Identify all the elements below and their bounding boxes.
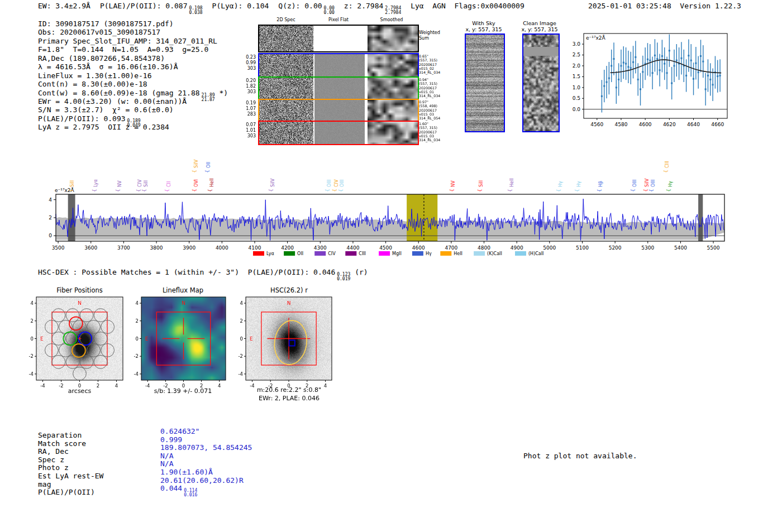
sup-sub-value: 0.000.00 [324,6,335,15]
frame [141,297,226,380]
x-tick-label: 4400 [346,245,359,251]
data-point [676,60,678,61]
header-segment-text: Lyα AGN Flags:0x00400009 [411,2,524,10]
match-table-value-text: N/A [160,452,173,460]
x-tick-label: 3600 [84,245,97,251]
match-table-labels: SeparationMatch scoreRA, DecSpec zPhoto … [38,432,103,497]
spec2d-right-label: (557, 315) [419,58,452,62]
legend-swatch [345,251,356,256]
spec2d-row-left-labels: 0.230.99303 [228,55,256,71]
data-point [712,84,714,85]
data-point [640,88,641,90]
line-label-brace: { [115,189,121,192]
match-line-text: HSC-DEX : Possible Matches = 1 (within +… [38,268,335,276]
spec2d-right-label: Weighted [419,30,452,36]
spec2d-left-label: 303 [228,66,256,71]
data-point [606,82,608,83]
fiber-circle [45,320,59,334]
match-table-value-text: 0.999 [160,435,182,444]
lineflux-map-plot: -4-4-2-2002244NE [125,288,242,400]
fiber-circle [52,355,65,368]
fiber-positions-plot: -4-4-2-2002244NE [20,288,140,400]
header-segment: Q(z): 0.000.000.00 [278,2,335,10]
spec2d-smoothed-image [368,78,418,99]
data-point [700,55,702,57]
fiber-circle [66,309,79,322]
sub-value: 0.019 [337,277,350,281]
match-table-value-text: 1.90(±1.60)Å [160,468,213,476]
y-tick-label: -4 [134,371,139,377]
line-label-brace: { [597,189,602,192]
compass-north-label: N [182,300,185,306]
data-point [698,71,699,73]
fiber-xlabel: arcsecs [31,387,128,395]
x-tick-label: 5100 [576,245,589,251]
line-label-brace: { [332,189,337,192]
header-segment: z: 2.79842.79842.7984 [344,2,401,10]
hsc-sublabel-2: EWr: 2, PLAE: 0.046 [237,395,341,402]
match-table-value-text: N/A [160,459,173,468]
sub-value: 21.87 [202,98,215,102]
spec2d-row [258,121,419,145]
spec2d-right-label: 314_RL_034 [419,94,452,98]
x-tick-label: 4900 [511,245,523,251]
spec2d-right-label: Sum [419,36,452,41]
fiber-circle [80,355,93,368]
match-table-label: Photo z [38,464,103,472]
match-table-value: 1.90(±1.60)Å [160,468,252,477]
legend-swatch [440,251,451,256]
summary-line: S/N = 3.3(±2.7) χ² = 0.6(±0.0) [38,106,228,114]
summary-line-text: λ = 4616.53Å σ = 16.06(±10.36)Å [38,63,178,71]
data-point [601,95,603,97]
x-tick-label: 3500 [52,245,65,251]
spec2d-left-label: 0.20 [228,78,256,84]
spec2d-left-label: 303 [228,89,256,95]
detection-summary-block: ID: 3090187517 (3090187517.pdf)Obs: 2020… [38,20,228,132]
compass-east-label: E [250,336,253,342]
legend-label: (H)CaII [528,251,543,256]
x-tick-label: 4300 [314,245,327,251]
line-label-brace: { [630,189,636,192]
spec2d-right-label: (557, 315) [419,82,452,85]
spec2d-row [258,99,419,122]
y-tick-label: 0.0 [573,107,581,112]
x-tick-label: 3800 [150,245,163,251]
spec2d-row [258,53,419,78]
emission-line-label: SiII [479,180,484,187]
hsc-dex-match-line: HSC-DEX : Possible Matches = 1 (within +… [38,268,368,281]
match-table-value-text: 189.807073, 54.854245 [160,443,252,452]
spec2d-row-right-labels: 1.60"(557, 315)20200617v015_03314_RL_034 [419,122,452,142]
data-point [664,63,665,65]
y-tick-label: 0 [136,336,139,342]
line-label-brace: { [207,189,213,192]
spec2d-row-left-labels: 0.191.07283 [228,100,256,117]
sup-sub-value: 21.8921.87 [202,93,215,102]
emission-line-label: Lyα [93,179,98,187]
line-label-brace: { [449,189,455,192]
legend-swatch [412,251,423,256]
emission-line-label: SiIV [645,178,650,187]
x-tick-label: 5500 [707,245,720,251]
data-point [654,55,656,56]
line-label-brace: { [268,189,274,192]
match-table-value: 189.807073, 54.854245 [160,444,252,452]
line-label-brace: { [92,189,97,192]
line-label-brace: { [574,189,580,192]
data-point [649,60,651,61]
hsc_r_cutout-overlay: -4-4-2-2002244NE [229,288,349,400]
data-point [642,71,643,73]
spec2d-right-label: 20200617 [419,130,452,134]
spec2d-left-label: 0.19 [228,100,256,106]
legend-label: OII [297,251,303,256]
spec2d-pixelflat-image [314,54,365,77]
emission-line-label: Hβ [598,181,603,187]
data-point [623,62,624,64]
spec2d-2d-image [259,100,313,121]
summary-line-text: P(LAE)/P(OII): 0.093 [38,114,126,123]
x-tick-label: 4100 [249,245,261,251]
match-table-label: Separation [38,432,103,440]
legend-swatch [379,251,390,256]
x-tick-label: 3700 [117,245,130,251]
spec2d-row-right-labels: 0.94"(557, 315)20200617v015_01314_RL_034 [419,78,452,98]
match-table-label: mag [38,481,103,489]
